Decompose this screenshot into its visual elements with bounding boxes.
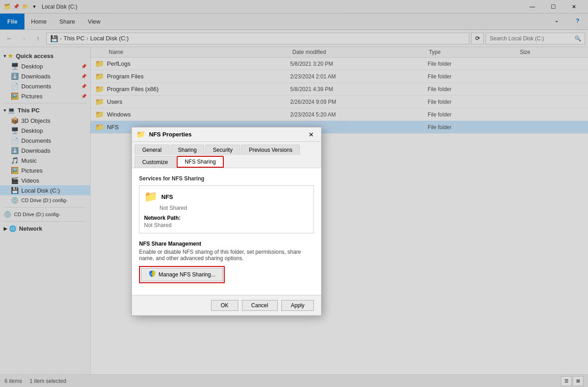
shield-icon: ! — [149, 270, 156, 279]
nfs-section-title: Services for NFS Sharing — [139, 175, 314, 182]
tab-nfs-sharing[interactable]: NFS Sharing — [177, 156, 224, 168]
dialog-title: NFS Properties — [149, 131, 306, 138]
dialog-titlebar: 📁 NFS Properties ✕ — [132, 127, 321, 142]
tab-security[interactable]: Security — [205, 145, 240, 155]
dialog-tabs: General Sharing Security Previous Versio… — [132, 142, 321, 168]
nfs-folder-status: Not Shared — [159, 205, 309, 211]
tab-previous-versions[interactable]: Previous Versions — [241, 145, 300, 155]
ok-button[interactable]: OK — [211, 300, 238, 311]
nfs-info-box: 📁 NFS Not Shared Network Path: Not Share… — [139, 185, 314, 233]
manage-nfs-sharing-button[interactable]: ! Manage NFS Sharing... — [141, 268, 223, 281]
cancel-button[interactable]: Cancel — [242, 300, 278, 311]
dialog-content: Services for NFS Sharing 📁 NFS Not Share… — [132, 168, 321, 295]
nfs-folder-name: NFS — [161, 194, 173, 200]
tab-customize[interactable]: Customize — [135, 156, 176, 168]
dialog-footer: OK Cancel Apply — [132, 295, 321, 315]
dialog-folder-icon: 📁 — [136, 130, 145, 139]
nfs-network-path-label: Network Path: — [144, 215, 309, 221]
nfs-manage-title: NFS Share Management — [139, 241, 314, 247]
nfs-network-path-value: Not Shared — [144, 222, 309, 228]
dialog-close-button[interactable]: ✕ — [306, 129, 317, 140]
nfs-properties-dialog: 📁 NFS Properties ✕ General Sharing Secur… — [131, 127, 322, 316]
nfs-manage-btn-wrap: ! Manage NFS Sharing... — [139, 266, 225, 283]
svg-text:!: ! — [151, 272, 152, 276]
nfs-manage-section: NFS Share Management Enable or disable N… — [139, 241, 314, 283]
tab-general[interactable]: General — [135, 145, 169, 155]
nfs-folder-row: 📁 NFS — [144, 190, 309, 203]
manage-btn-label: Manage NFS Sharing... — [159, 271, 215, 278]
modal-overlay: 📁 NFS Properties ✕ General Sharing Secur… — [0, 0, 588, 387]
tab-sharing[interactable]: Sharing — [170, 145, 204, 155]
nfs-folder-icon: 📁 — [144, 190, 158, 203]
nfs-manage-desc: Enable or disable NFS sharing of this fo… — [139, 249, 314, 261]
apply-button[interactable]: Apply — [281, 300, 314, 311]
